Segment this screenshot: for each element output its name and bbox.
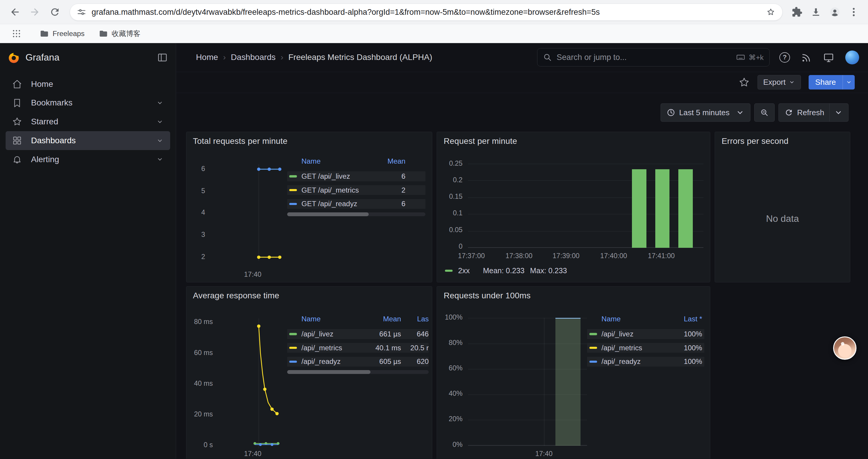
legend-scrollbar-thumb[interactable] <box>287 370 371 374</box>
legend-scrollbar[interactable] <box>287 370 429 374</box>
series-name[interactable]: 2xx <box>458 266 470 275</box>
series-name[interactable]: /api/_livez <box>301 330 367 338</box>
sidebar-item-alerting[interactable]: Alerting <box>6 150 170 169</box>
share-button[interactable]: Share <box>809 75 843 90</box>
panel-title[interactable]: Errors per second <box>721 136 788 146</box>
extensions-button[interactable] <box>788 3 806 21</box>
browser-menu-button[interactable] <box>845 3 862 21</box>
chevron-down-icon[interactable] <box>156 137 163 144</box>
series-name[interactable]: /api/_livez <box>601 330 671 338</box>
legend-col-last[interactable]: Last * <box>671 315 702 323</box>
zoom-out-button[interactable] <box>754 103 775 122</box>
breadcrumb-dashboards[interactable]: Dashboards <box>231 53 275 62</box>
series-name[interactable]: GET /api/_livez <box>301 172 378 181</box>
y-tick: 20 ms <box>187 410 213 419</box>
series-last: 100% <box>671 344 702 352</box>
y-tick: 6 <box>191 165 205 173</box>
panel-title[interactable]: Requests under 100ms <box>444 291 531 300</box>
bar-chart <box>468 164 703 248</box>
chevron-down-icon[interactable] <box>156 156 163 163</box>
y-tick: 3 <box>191 230 205 239</box>
omnibox[interactable] <box>70 4 783 21</box>
sidebar-toggle-button[interactable] <box>157 52 168 63</box>
site-info-icon[interactable] <box>77 7 86 17</box>
series-name[interactable]: /api/_readyz <box>601 357 671 366</box>
chevron-down-icon[interactable] <box>156 99 163 106</box>
bar-chart <box>468 318 587 446</box>
series-name[interactable]: /api/_readyz <box>301 357 367 366</box>
back-button[interactable] <box>6 3 25 22</box>
browser-profile-button[interactable] <box>826 3 844 21</box>
legend-col-mean[interactable]: Mean <box>367 315 401 323</box>
bookmark-folder-blogs[interactable]: 收藏博客 <box>99 29 140 38</box>
time-range-picker[interactable]: Last 5 minutes <box>660 103 750 122</box>
export-button[interactable]: Export <box>757 75 801 90</box>
legend-scrollbar-thumb[interactable] <box>287 212 369 216</box>
profile-avatar-icon <box>829 6 840 18</box>
legend-header: Name Mean <box>287 156 426 166</box>
kebab-menu-icon <box>848 6 859 18</box>
user-profile-button[interactable] <box>845 51 859 64</box>
search-icon <box>543 53 552 62</box>
series-mean: 40.1 ms <box>367 344 401 352</box>
y-tick: 60% <box>439 364 463 373</box>
search-box[interactable]: ⌘+k <box>537 48 770 66</box>
sidebar-item-dashboards[interactable]: Dashboards <box>6 131 170 150</box>
legend-col-mean[interactable]: Mean <box>378 157 406 165</box>
downloads-button[interactable] <box>807 3 825 21</box>
sidebar-item-label: Starred <box>31 117 58 126</box>
line-chart-svg <box>218 319 286 448</box>
news-button[interactable] <box>801 52 812 63</box>
sidebar-item-starred[interactable]: Starred <box>6 112 170 131</box>
help-button[interactable] <box>779 52 790 63</box>
series-name[interactable]: GET /api/_readyz <box>301 200 378 208</box>
legend-scrollbar[interactable] <box>287 212 426 216</box>
star-icon <box>739 77 749 88</box>
bookmark-star-icon[interactable] <box>766 7 776 17</box>
favorite-dashboard-button[interactable] <box>739 77 749 88</box>
kiosk-mode-button[interactable] <box>823 52 834 63</box>
panel-average-response-time: Average response time 80 ms 60 ms 40 ms … <box>186 286 433 459</box>
rss-icon <box>801 52 812 63</box>
series-mean: 661 µs <box>367 330 401 338</box>
bookmark-folder-freeleaps[interactable]: Freeleaps <box>40 29 85 38</box>
forward-button[interactable] <box>25 3 44 22</box>
share-split-button: Share <box>809 75 855 90</box>
series-mean: 6 <box>378 200 406 208</box>
grafana-logo-icon[interactable] <box>8 52 20 64</box>
legend-col-name[interactable]: Name <box>601 315 671 323</box>
y-tick: 0.1 <box>439 209 463 218</box>
apps-grid-button[interactable] <box>8 25 25 42</box>
search-input[interactable] <box>552 53 736 62</box>
legend-col-name[interactable]: Name <box>301 157 378 165</box>
series-name[interactable]: /api/_metrics <box>601 344 671 352</box>
refresh-button[interactable]: Refresh <box>778 103 848 122</box>
y-tick: 0.2 <box>439 176 463 185</box>
panel-title[interactable]: Request per minute <box>444 136 517 146</box>
panel-title[interactable]: Average response time <box>193 291 279 300</box>
bookmark-icon <box>12 98 22 108</box>
legend-col-last[interactable]: Las <box>403 315 429 323</box>
series-name[interactable]: /api/_metrics <box>301 344 367 352</box>
u100-bar <box>555 318 580 446</box>
dashboards-icon <box>12 136 22 145</box>
legend-col-name[interactable]: Name <box>301 315 367 323</box>
screen: Freeleaps 收藏博客 Grafana <box>0 0 868 459</box>
chevron-down-icon[interactable] <box>156 118 163 125</box>
url-input[interactable] <box>86 7 766 17</box>
series-mean: 2 <box>378 186 406 194</box>
series-swatch <box>289 175 297 177</box>
panel-title[interactable]: Total requests per minute <box>193 136 287 146</box>
share-menu-button[interactable] <box>843 75 855 90</box>
reload-button[interactable] <box>45 3 64 22</box>
sidebar-item-home[interactable]: Home <box>6 75 170 94</box>
panel-request-per-minute: Request per minute 0.25 0.2 0.15 0.1 0.0… <box>437 132 710 282</box>
apps-grid-icon <box>11 29 22 39</box>
assistant-avatar[interactable] <box>833 336 857 360</box>
series-name[interactable]: GET /api/_metrics <box>301 186 378 194</box>
refresh-interval-button[interactable] <box>829 104 843 121</box>
series-swatch <box>589 333 597 335</box>
x-tick: 17:41:00 <box>642 252 681 261</box>
sidebar-item-bookmarks[interactable]: Bookmarks <box>6 94 170 112</box>
breadcrumb-home[interactable]: Home <box>196 53 218 62</box>
